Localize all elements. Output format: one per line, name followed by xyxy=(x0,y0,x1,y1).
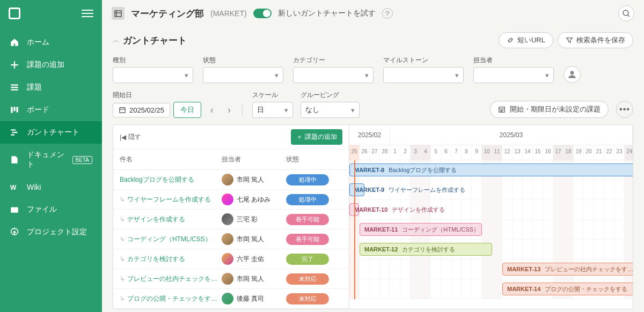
gantt-icon xyxy=(10,128,19,137)
filter-type-label: 種別 xyxy=(113,56,193,65)
gear-icon xyxy=(10,227,19,237)
timeline-day: 7 xyxy=(451,145,462,160)
table-row[interactable]: ↳デザインを作成する三宅 彩着手可能 xyxy=(113,210,349,229)
task-link[interactable]: コーディング（HTML/CSS） xyxy=(127,235,211,243)
save-search-button[interactable]: 検索条件を保存 xyxy=(558,32,633,48)
timeline-day: 20 xyxy=(584,145,594,160)
gantt-bar[interactable]: MARKET-12カテゴリを検討する xyxy=(360,243,492,256)
menu-toggle-icon[interactable] xyxy=(82,10,93,17)
timeline-day: 23 xyxy=(614,145,625,160)
table-row[interactable]: ↳ワイヤーフレームを作成する七尾 あゆみ処理中 xyxy=(113,190,349,210)
short-url-button[interactable]: 短いURL xyxy=(499,32,553,48)
sidebar-item-gantt[interactable]: ガントチャート xyxy=(0,121,102,144)
timeline-day: 9 xyxy=(472,145,482,160)
timeline-day: 2 xyxy=(400,145,411,160)
more-button[interactable]: ••• xyxy=(616,101,633,118)
filter-assignee-select[interactable]: ▾ xyxy=(473,67,554,83)
app-logo[interactable] xyxy=(9,8,20,19)
date-input[interactable]: 2025/02/25 xyxy=(113,103,170,117)
task-title: カテゴリを検討する xyxy=(402,246,455,254)
svg-rect-7 xyxy=(12,132,18,133)
gantt-bar[interactable]: MARKET-11コーディング（HTML/CSS） xyxy=(360,223,482,236)
grouping-select[interactable]: なし▾ xyxy=(301,102,360,118)
timeline-month: 2025/02 xyxy=(349,125,390,145)
status-badge: 完了 xyxy=(286,254,329,265)
timeline-day: 12 xyxy=(502,145,513,160)
help-icon[interactable]: ? xyxy=(382,8,393,19)
assignee-name: 三宅 彩 xyxy=(237,215,258,224)
filter-type-select[interactable]: ▾ xyxy=(113,67,193,83)
sidebar-item-doc[interactable]: ドキュメントBETA xyxy=(0,144,102,176)
task-key: MARKET-10 xyxy=(354,206,387,213)
filter-status-label: 状態 xyxy=(203,56,283,65)
timeline-day: 8 xyxy=(462,145,472,160)
sidebar-item-label: Wiki xyxy=(27,183,41,191)
project-name[interactable]: マーケティング部 xyxy=(131,8,204,20)
add-task-button[interactable]: ＋ 課題の追加 xyxy=(291,129,342,145)
filter-status-select[interactable]: ▾ xyxy=(203,67,283,83)
task-key: MARKET-14 xyxy=(507,286,540,292)
table-row[interactable]: ↳コーディング（HTML/CSS）市岡 篤人着手可能 xyxy=(113,229,349,249)
timeline-day: 21 xyxy=(594,145,604,160)
task-title: プレビューの社内チェックをす… xyxy=(545,265,633,273)
topbar: マーケティング部 (MARKET) 新しいガントチャートを試す ? xyxy=(102,0,644,27)
new-gantt-toggle[interactable] xyxy=(253,9,272,18)
collapse-icon[interactable]: ︿ xyxy=(113,35,120,45)
svg-point-11 xyxy=(13,231,16,234)
assignee-name: 六平 圭佑 xyxy=(237,255,264,264)
scale-select[interactable]: 日▾ xyxy=(252,102,293,118)
assignee-name: 市岡 篤人 xyxy=(237,274,264,284)
filter-category-label: カテゴリー xyxy=(293,56,374,65)
avatar xyxy=(222,253,233,265)
svg-rect-1 xyxy=(11,87,18,88)
table-row[interactable]: Backlogブログを公開する市岡 篤人処理中 xyxy=(113,170,349,190)
filter-milestone-label: マイルストーン xyxy=(383,56,464,65)
filter-category-select[interactable]: ▾ xyxy=(293,67,374,83)
sidebar-item-list[interactable]: 課題 xyxy=(0,76,102,99)
beta-badge: BETA xyxy=(72,156,92,164)
no-dates-button[interactable]: 開始・期限日が未設定の課題 xyxy=(490,101,609,118)
gantt-bar[interactable]: MARKET-9ワイヤーフレームを作成する xyxy=(349,183,364,196)
timeline-day: 28 xyxy=(380,145,390,160)
sidebar-item-board[interactable]: ボード xyxy=(0,99,102,121)
table-row[interactable]: ↳プレビューの社内チェックを…市岡 篤人未対応 xyxy=(113,269,349,289)
svg-point-14 xyxy=(570,71,574,75)
prev-button[interactable]: ‹ xyxy=(204,102,219,117)
timeline-day: 11 xyxy=(492,145,502,160)
timeline-day: 1 xyxy=(390,145,400,160)
svg-rect-3 xyxy=(11,107,12,113)
svg-rect-10 xyxy=(11,207,18,213)
gantt-bar[interactable]: MARKET-14ブログの公開・チェックをする xyxy=(502,283,633,295)
sidebar-item-gear[interactable]: プロジェクト設定 xyxy=(0,221,102,243)
task-link[interactable]: カテゴリを検討する xyxy=(127,255,185,263)
sidebar-item-wiki[interactable]: WWiki xyxy=(0,176,102,198)
task-title: ブログの公開・チェックをする xyxy=(545,285,627,293)
sidebar-item-label: ファイル xyxy=(27,205,57,214)
gantt-bar[interactable]: MARKET-8Backlogブログを公開する xyxy=(349,164,633,176)
timeline-day: 17 xyxy=(553,145,564,160)
next-button[interactable]: › xyxy=(222,102,237,117)
today-button[interactable]: 今日 xyxy=(173,102,201,118)
avatar xyxy=(222,233,233,245)
table-row[interactable]: ↳カテゴリを検討する六平 圭佑完了 xyxy=(113,249,349,269)
home-icon xyxy=(10,38,19,47)
task-link[interactable]: Backlogブログを公開する xyxy=(120,176,194,183)
filter-milestone-select[interactable]: ▾ xyxy=(383,67,464,83)
status-badge: 未対応 xyxy=(286,293,329,304)
scale-label: スケール xyxy=(252,91,293,100)
svg-text:W: W xyxy=(10,184,17,191)
gantt-bar[interactable]: MARKET-13プレビューの社内チェックをす… xyxy=(502,263,633,276)
task-link[interactable]: ブログの公開・チェックをす… xyxy=(127,295,217,302)
table-row[interactable]: ↳ブログの公開・チェックをす…後藤 真司未対応 xyxy=(113,289,349,309)
sidebar-item-file[interactable]: ファイル xyxy=(0,198,102,221)
svg-rect-8 xyxy=(11,134,14,135)
search-icon[interactable] xyxy=(618,5,634,21)
assignee-picker-button[interactable] xyxy=(564,66,581,83)
task-link[interactable]: デザインを作成する xyxy=(127,216,185,223)
sidebar-item-plus[interactable]: 課題の追加 xyxy=(0,54,102,76)
timeline-day: 26 xyxy=(360,145,370,160)
task-link[interactable]: ワイヤーフレームを作成する xyxy=(127,196,211,203)
sidebar-item-home[interactable]: ホーム xyxy=(0,31,102,54)
hide-columns-button[interactable]: |◀ 隠す xyxy=(120,132,141,142)
task-link[interactable]: プレビューの社内チェックを… xyxy=(127,275,217,283)
